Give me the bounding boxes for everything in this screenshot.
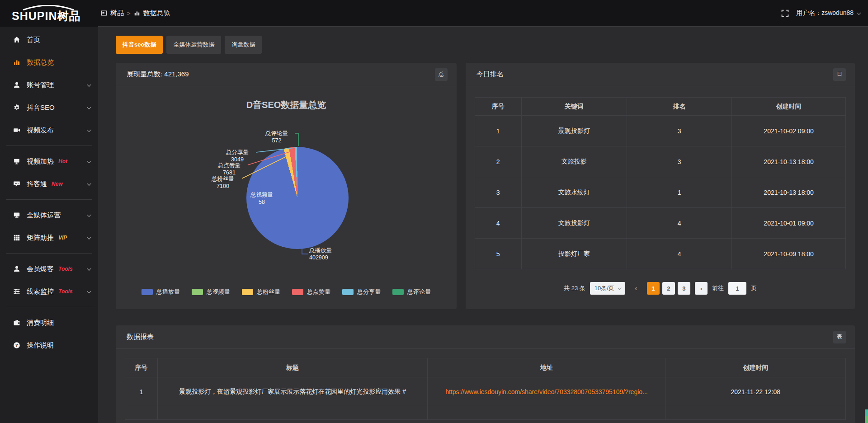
report-table-body: 1景观投影灯，夜游景观投影灯厂家展示展示落花灯在花园里的灯光投影应用效果 #ht… bbox=[125, 377, 846, 420]
sidebar-item-label: 视频加热 bbox=[27, 157, 54, 166]
column-header: 标题 bbox=[157, 358, 428, 377]
home-icon bbox=[13, 36, 20, 44]
grid-icon bbox=[13, 234, 20, 242]
sidebar-item-data-overview[interactable]: 数据总览 bbox=[0, 51, 98, 74]
goto-page-input[interactable] bbox=[728, 282, 746, 295]
report-card-title: 数据报表 bbox=[127, 333, 154, 341]
tab-2[interactable]: 询盘数据 bbox=[225, 36, 262, 54]
goto-unit: 页 bbox=[751, 284, 757, 292]
table-cell: 2021-10-13 18:00 bbox=[732, 146, 846, 177]
page-button-1[interactable]: 1 bbox=[647, 282, 660, 295]
table-cell: 3 bbox=[627, 116, 732, 146]
top-bar: SHUPIN树品 树品 > 数据总览 用户名：zswodun88 bbox=[0, 0, 868, 27]
sidebar-item-matrix-boost[interactable]: 矩阵助推VIP bbox=[0, 226, 98, 249]
table-cell: 3 bbox=[627, 146, 732, 177]
table-cell: 景观投影灯 bbox=[521, 116, 627, 146]
main-content: 抖音seo数据全媒体运营数据询盘数据 展现量总数: 421,369 总 D音SE… bbox=[98, 27, 868, 423]
pagination: 共 23 条 10条/页 ‹ 123 › 前往 页 bbox=[475, 282, 846, 295]
video-link[interactable]: https://www.iesdouyin.com/share/video/70… bbox=[445, 388, 648, 395]
overview-card-title: 展现量总数: 421,369 bbox=[127, 70, 189, 79]
table-cell: 3 bbox=[475, 177, 522, 208]
sidebar-item-member-baoke[interactable]: 会员爆客Tools bbox=[0, 258, 98, 280]
pager: 123 bbox=[647, 282, 690, 295]
pie-label-likes: 总点赞量7681 bbox=[211, 162, 247, 176]
sidebar-menu: 首页数据总览账号管理抖音SEO视频发布视频加热Hot抖客通New全媒体运营矩阵助… bbox=[0, 27, 98, 423]
sidebar-item-help[interactable]: ?操作说明 bbox=[0, 334, 98, 357]
sidebar-item-home[interactable]: 首页 bbox=[0, 28, 98, 51]
edge-widget[interactable] bbox=[865, 409, 868, 423]
table-cell: 景观投影灯，夜游景观投影灯厂家展示展示落花灯在花园里的灯光投影应用效果 # bbox=[157, 377, 428, 406]
sidebar-item-video-heat[interactable]: 视频加热Hot bbox=[0, 150, 98, 173]
chevron-down-icon bbox=[87, 266, 91, 271]
chevron-down-icon bbox=[87, 235, 91, 240]
sidebar-item-label: 线索监控 bbox=[27, 287, 54, 296]
sidebar-item-clue-monitor[interactable]: 线索监控Tools bbox=[0, 280, 98, 303]
sidebar-item-account[interactable]: 账号管理 bbox=[0, 74, 98, 96]
day-badge[interactable]: 日 bbox=[833, 68, 846, 81]
question-icon: ? bbox=[13, 342, 20, 349]
chevron-down-icon bbox=[87, 105, 91, 109]
legend-item[interactable]: 总视频量 bbox=[192, 288, 230, 296]
breadcrumb-root[interactable]: 树品 bbox=[110, 9, 124, 18]
user-icon bbox=[13, 81, 20, 89]
sidebar-item-expense[interactable]: 消费明细 bbox=[0, 311, 98, 334]
legend-item[interactable]: 总分享量 bbox=[342, 288, 381, 296]
sidebar-item-media-ops[interactable]: 全媒体运营 bbox=[0, 204, 98, 226]
ranking-header-row: 序号关键词排名创建时间 bbox=[475, 98, 846, 116]
column-header: 关键词 bbox=[521, 98, 627, 116]
chevron-down-icon bbox=[618, 286, 621, 290]
legend-swatch bbox=[392, 289, 404, 295]
breadcrumb: 树品 > 数据总览 bbox=[101, 9, 170, 18]
sidebar-item-douyin-seo[interactable]: 抖音SEO bbox=[0, 96, 98, 119]
column-header: 创建时间 bbox=[732, 98, 846, 116]
tab-0[interactable]: 抖音seo数据 bbox=[116, 36, 163, 54]
table-row: 1景观投影灯32021-10-02 09:00 bbox=[475, 116, 846, 146]
goto-label: 前往 bbox=[712, 284, 724, 292]
sidebar-item-label: 操作说明 bbox=[27, 341, 54, 350]
next-page-button[interactable]: › bbox=[695, 282, 708, 295]
sliders-icon bbox=[13, 288, 20, 296]
chevron-down-icon bbox=[87, 159, 91, 163]
sidebar-item-tag: New bbox=[52, 181, 63, 187]
sidebar-item-video-publish[interactable]: 视频发布 bbox=[0, 119, 98, 141]
page-button-2[interactable]: 2 bbox=[662, 282, 675, 295]
legend-item[interactable]: 总粉丝量 bbox=[242, 288, 280, 296]
table-row: 2文旅投影32021-10-13 18:00 bbox=[475, 146, 846, 177]
user-icon bbox=[13, 265, 20, 273]
table-cell: 投影灯厂家 bbox=[521, 239, 627, 269]
page-button-3[interactable]: 3 bbox=[678, 282, 690, 295]
logo: SHUPIN树品 bbox=[0, 0, 98, 27]
pie-label-fans: 总粉丝量7100 bbox=[205, 175, 241, 190]
overview-card: 展现量总数: 421,369 总 D音SEO数据量总览 总评论量572 bbox=[116, 63, 457, 309]
legend-item[interactable]: 总播放量 bbox=[142, 288, 180, 296]
bar-chart-icon bbox=[134, 10, 140, 16]
chart-legend: 总播放量总视频量总粉丝量总点赞量总分享量总评论量 bbox=[116, 288, 457, 296]
table-row: 4文旅投影灯42021-10-01 09:00 bbox=[475, 208, 846, 239]
table-row-partial bbox=[125, 406, 846, 420]
chevron-down-icon bbox=[87, 212, 91, 217]
tab-1[interactable]: 全媒体运营数据 bbox=[166, 36, 221, 54]
table-badge[interactable]: 表 bbox=[833, 331, 846, 343]
total-badge[interactable]: 总 bbox=[435, 68, 448, 81]
sidebar-item-label: 数据总览 bbox=[27, 58, 54, 67]
sidebar-item-label: 抖客通 bbox=[27, 180, 47, 188]
prev-page-button[interactable]: ‹ bbox=[630, 282, 642, 295]
report-card: 数据报表 表 序号标题地址创建时间 1景观投影灯，夜游景观投影灯厂家展示展示落花… bbox=[116, 325, 855, 423]
ranking-table-body: 1景观投影灯32021-10-02 09:002文旅投影32021-10-13 … bbox=[475, 116, 846, 269]
video-icon bbox=[13, 127, 20, 134]
sidebar-divider bbox=[6, 146, 92, 146]
sidebar-item-doukotong[interactable]: 抖客通New bbox=[0, 173, 98, 195]
pie-chart: D音SEO数据量总览 总评论量572 总分享量3049 bbox=[116, 86, 457, 309]
user-menu[interactable]: 用户名：zswodun88 bbox=[796, 9, 860, 17]
report-header-row: 序号标题地址创建时间 bbox=[125, 358, 846, 377]
table-cell: https://www.iesdouyin.com/share/video/70… bbox=[428, 377, 665, 406]
table-cell: 文旅投影 bbox=[521, 146, 627, 177]
pie-label-comments: 总评论量572 bbox=[259, 130, 295, 144]
legend-item[interactable]: 总评论量 bbox=[392, 288, 431, 296]
logo-text: SHUPIN树品 bbox=[12, 10, 98, 22]
legend-item[interactable]: 总点赞量 bbox=[292, 288, 330, 296]
chevron-down-icon bbox=[87, 82, 91, 87]
screen-icon bbox=[13, 158, 20, 165]
fullscreen-icon[interactable] bbox=[781, 9, 789, 17]
page-size-select[interactable]: 10条/页 bbox=[590, 282, 625, 295]
